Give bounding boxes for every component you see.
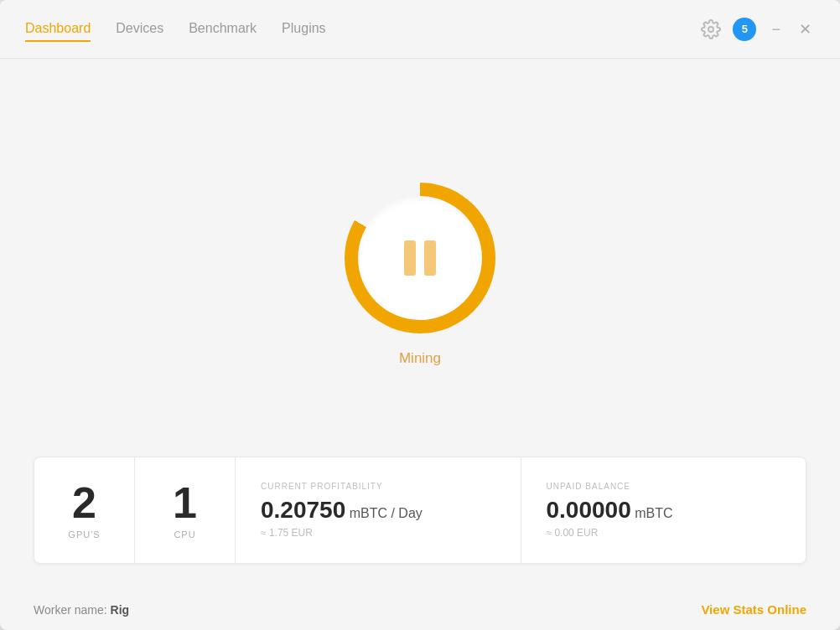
worker-prefix: Worker name: xyxy=(34,603,111,617)
gpu-count: 2 xyxy=(72,481,96,524)
tab-devices[interactable]: Devices xyxy=(116,17,163,42)
worker-name-value: Rig xyxy=(111,603,130,617)
balance-value: 0.00000 mBTC xyxy=(547,496,673,524)
nav-tabs: Dashboard Devices Benchmark Plugins xyxy=(25,17,701,42)
profitability-cell: CURRENT PROFITABILITY 0.20750 mBTC / Day… xyxy=(236,457,521,563)
close-button[interactable]: ✕ xyxy=(796,20,815,39)
pause-button[interactable] xyxy=(358,196,482,320)
balance-cell: UNPAID BALANCE 0.00000 mBTC ≈ 0.00 EUR xyxy=(521,457,806,563)
tab-benchmark[interactable]: Benchmark xyxy=(189,17,257,42)
gear-icon[interactable] xyxy=(701,19,721,39)
mining-status-label: Mining xyxy=(399,350,441,367)
pause-icon xyxy=(404,240,436,276)
svg-point-0 xyxy=(708,27,713,32)
tab-dashboard[interactable]: Dashboard xyxy=(25,17,91,42)
cpu-label: CPU xyxy=(174,529,195,540)
profitability-unit: mBTC / Day xyxy=(345,506,423,520)
view-stats-link[interactable]: View Stats Online xyxy=(701,602,806,617)
header: Dashboard Devices Benchmark Plugins 5 − … xyxy=(0,0,840,59)
balance-sub: ≈ 0.00 EUR xyxy=(547,527,599,539)
cpu-count: 1 xyxy=(173,481,197,524)
notification-badge[interactable]: 5 xyxy=(733,18,756,41)
balance-unit: mBTC xyxy=(631,506,673,520)
balance-title: UNPAID BALANCE xyxy=(547,482,631,491)
main-content: Mining 2 GPU'S 1 CPU CURRENT PROFITABILI… xyxy=(0,59,840,589)
tab-plugins[interactable]: Plugins xyxy=(282,17,325,42)
profitability-value: 0.20750 mBTC / Day xyxy=(261,496,423,524)
gpu-stat-cell: 2 GPU'S xyxy=(34,457,135,563)
footer: Worker name: Rig View Stats Online xyxy=(0,589,840,630)
profitability-title: CURRENT PROFITABILITY xyxy=(261,482,383,491)
mining-ring xyxy=(345,183,495,333)
mining-section: Mining xyxy=(345,92,495,457)
profitability-sub: ≈ 1.75 EUR xyxy=(261,527,313,539)
stats-panel: 2 GPU'S 1 CPU CURRENT PROFITABILITY 0.20… xyxy=(34,457,806,564)
pause-button-container[interactable] xyxy=(345,183,495,333)
cpu-stat-cell: 1 CPU xyxy=(135,457,236,563)
window-controls: 5 − ✕ xyxy=(701,18,815,41)
gpu-label: GPU'S xyxy=(68,529,100,540)
worker-name: Worker name: Rig xyxy=(34,603,129,617)
pause-bar-left xyxy=(404,240,416,276)
app-window: Dashboard Devices Benchmark Plugins 5 − … xyxy=(0,0,840,630)
minimize-button[interactable]: − xyxy=(768,20,784,39)
pause-bar-right xyxy=(424,240,436,276)
